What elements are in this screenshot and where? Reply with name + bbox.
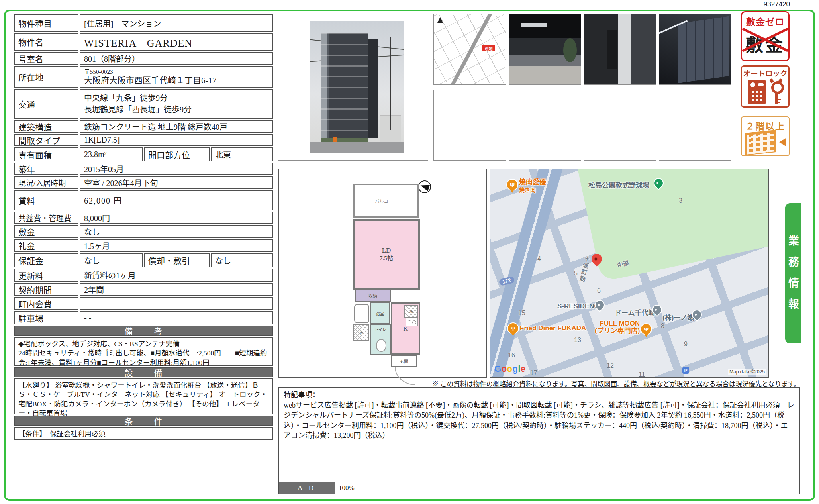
compass-icon: [437, 17, 443, 23]
ad-bar: A D 100%: [279, 482, 799, 494]
row-value: 1.5ヶ月: [80, 239, 273, 252]
table-row: 物件種目 [住居用] マンション: [14, 14, 273, 32]
row-label: 現況/入居時期: [14, 176, 78, 189]
building-windows: [747, 132, 774, 154]
left-arrow-icon: [779, 138, 786, 147]
restaurant-pin-icon[interactable]: Ψ: [640, 323, 652, 335]
row-value: 23.8m²: [80, 147, 143, 161]
block-number: 8: [661, 322, 664, 329]
block-number: 4: [537, 255, 541, 263]
logo-letter: G: [494, 364, 502, 374]
photo-elevator-hall: [584, 14, 656, 85]
property-table: 物件種目 [住居用] マンション 物件名 WISTERIA GARDEN 号室名…: [14, 14, 273, 440]
kitchen-stove: [406, 318, 418, 326]
table-row: 間取タイプ 1K[LD7.5]: [14, 134, 273, 146]
location-map[interactable]: Ψ 焼肉愛優 焼き肉 松島公園軟式野球場 S-RESIDENCE ドーム千代崎 …: [490, 169, 769, 378]
shrubbery: [321, 138, 368, 142]
poi-label[interactable]: 焼肉愛優 焼き肉: [519, 179, 546, 194]
table-row: 物件名 WISTERIA GARDEN: [14, 33, 273, 51]
logo-letter: e: [521, 364, 526, 374]
stove-burner: [408, 320, 411, 324]
poi-label[interactable]: FULL MOON (プリン専門店): [595, 320, 640, 335]
badge-second-floor-up: ２階以上: [741, 116, 790, 156]
block-number: 6: [597, 287, 601, 294]
document-number: 9327420: [764, 0, 790, 8]
floorplan-laundry: 洗: [353, 324, 369, 341]
table-row: 所在地 〒550-0023 大阪府大阪市西区千代崎１丁目6-17: [14, 66, 273, 88]
poi-label[interactable]: Fried Diner FUKADA: [520, 325, 586, 332]
table-row: 号室名 801（8階部分）: [14, 52, 273, 65]
table-row: 現況/入居時期 空室 / 2026年4月下旬: [14, 176, 273, 189]
ld-label: LD: [382, 246, 391, 255]
photo-empty-slot: [584, 90, 656, 161]
building-illustration: [745, 130, 776, 155]
property-sheet: 9327420 物件種目 [住居用] マンション 物件名 WISTERIA GA…: [0, 0, 819, 504]
equipment-text: 【水廻り】 浴室乾燥機・シャワートイレ・洗髪洗面化粧台 【放送・通信】ＢＳ・ＣＳ…: [14, 378, 273, 414]
floorplan-box: バルコニー LD 7.5帖 収納 浴室 洗 トイレ K 洗 玄関: [278, 169, 487, 378]
floorplan-closet: 収納: [355, 289, 391, 302]
ad-value: 100%: [335, 482, 799, 494]
row-value: 中央線「九条」徒歩9分 長堀鶴見線「西長堀」徒歩9分: [80, 89, 273, 119]
row-value: WISTERIA GARDEN: [80, 33, 273, 51]
second-floor-title: ２階以上: [742, 119, 789, 132]
poi-label[interactable]: (株)一ノ瀬: [662, 312, 694, 322]
row-label: 物件種目: [14, 14, 78, 32]
table-row: 敷金 なし: [14, 225, 273, 238]
key-tooth: [778, 102, 780, 103]
poi-sub: 焼き肉: [519, 187, 536, 193]
row-label: 間取タイプ: [14, 134, 78, 146]
toilet-label: トイレ: [374, 326, 386, 332]
row-label: 所在地: [14, 66, 78, 88]
row-label: 保証金: [14, 253, 78, 267]
photo-empty-slot: [659, 90, 731, 161]
photo-empty-slot: [433, 90, 506, 161]
row-subvalue: 北東: [211, 147, 273, 161]
block-number: 13: [574, 337, 581, 344]
kitchen-sink: 洗: [404, 305, 418, 318]
google-logo: Google: [494, 364, 526, 374]
ld-size: 7.5帖: [380, 255, 393, 262]
logo-letter: o: [507, 364, 513, 374]
mailbox-grid: [678, 16, 729, 83]
row-label: 築年: [14, 163, 78, 175]
table-row: 交通 中央線「九条」徒歩9分 長堀鶴見線「西長堀」徒歩9分: [14, 89, 273, 119]
table-row: 契約期間 2年間: [14, 283, 273, 296]
block-number: 9: [684, 341, 688, 348]
conditions-header: 条 件: [14, 416, 273, 426]
block-number: 5: [574, 270, 578, 277]
special-notes-title: 特記事項：: [284, 390, 795, 400]
equipment-header: 設 備: [14, 367, 273, 377]
table-row: 建築構造 鉄筋コンクリート造 地上9階 総戸数40戸: [14, 120, 273, 133]
block-number: 15: [518, 310, 525, 317]
block-number: 16: [508, 352, 515, 359]
photo-area-sketch: 現地: [433, 14, 506, 85]
building-photo-box: [278, 14, 428, 161]
row-value: なし: [80, 225, 273, 238]
business-info-tab[interactable]: 業務情報: [785, 203, 801, 343]
floorplan-bathroom: 浴室: [370, 302, 390, 324]
row-value: [80, 297, 273, 310]
row-label: 更新料: [14, 269, 78, 282]
row-sublabel: 償却・敷引: [144, 253, 210, 267]
building-photo: [310, 21, 404, 153]
row-label: 賃料: [14, 190, 78, 210]
photo-empty-slot: [509, 90, 581, 161]
block-number: 12: [607, 362, 614, 369]
remarks-text: ◆宅配ボックス、地デジ対応、CS・BSアンテナ完備 24時間セキュリティ・常時ゴ…: [14, 337, 273, 366]
restaurant-pin-icon[interactable]: Ψ: [507, 322, 519, 334]
floorplan-entrance: 玄関: [391, 355, 417, 367]
row-value: 2015年05月: [80, 163, 273, 175]
building-facade: [321, 33, 368, 138]
row-label: 共益費・管理費: [14, 212, 78, 224]
row-label: 敷金: [14, 225, 78, 238]
parking-icon[interactable]: P: [682, 367, 689, 374]
rent-value: 62,000 円: [80, 190, 273, 210]
poi-label[interactable]: ドーム千代崎: [615, 307, 655, 317]
floorplan-kitchen: K 洗: [391, 302, 420, 355]
floorplan-living: LD 7.5帖: [353, 219, 420, 290]
intercom-speaker: [758, 83, 764, 86]
building-side: [368, 39, 378, 138]
restaurant-pin-icon[interactable]: Ψ: [506, 179, 518, 191]
stove-burner: [412, 320, 416, 324]
poi-label[interactable]: 松島公園軟式野球場: [588, 180, 649, 190]
